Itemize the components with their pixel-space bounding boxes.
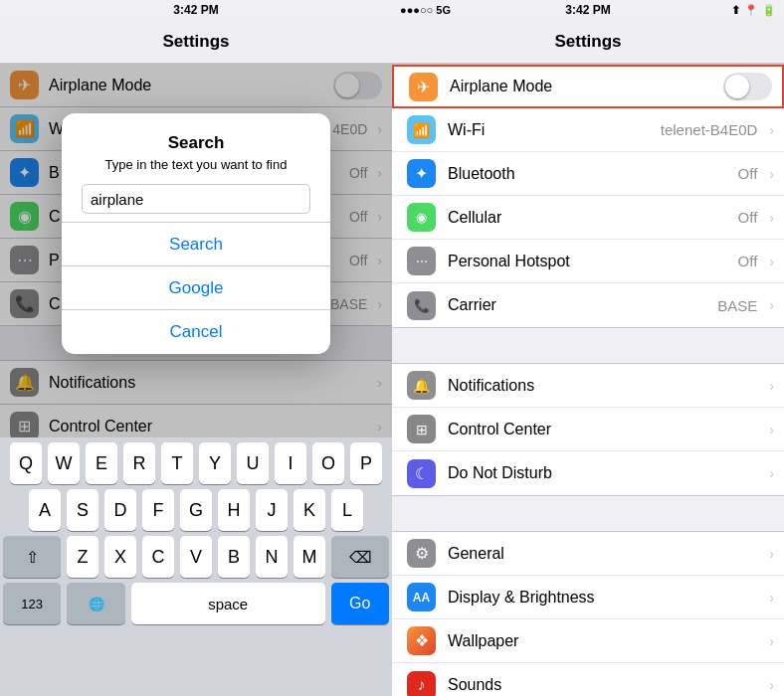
control-center-icon: ⊞ [407,415,436,443]
key-shift[interactable]: ⇧ [3,536,61,578]
section-gap-1 [392,328,784,363]
sounds-label: Sounds [448,676,757,694]
key-go[interactable]: Go [331,583,389,624]
key-e[interactable]: E [86,442,117,484]
sounds-chevron: › [769,677,774,693]
control-center-chevron: › [769,422,774,437]
row-wifi[interactable]: 📶 Wi-Fi telenet-B4E0D › [392,108,784,152]
key-globe[interactable]: 🌐 [67,583,124,624]
row-display[interactable]: AA Display & Brightness › [392,576,784,619]
settings-list: ✈ Airplane Mode 📶 Wi-Fi telenet-B4E0D › … [392,64,784,696]
section-gap-2 [392,496,784,531]
display-icon: AA [407,583,436,611]
key-space[interactable]: space [131,583,325,624]
key-numbers[interactable]: 123 [3,583,61,624]
key-p[interactable]: P [350,442,382,484]
row-sounds[interactable]: ♪ Sounds › [392,663,784,696]
hotspot-chevron: › [769,254,774,269]
dialog-title: Search [82,133,310,153]
dnd-chevron: › [769,465,774,481]
carrier-chevron: › [769,297,774,313]
key-k[interactable]: K [294,489,325,531]
section-connectivity: ✈ Airplane Mode 📶 Wi-Fi telenet-B4E0D › … [392,64,784,328]
wallpaper-label: Wallpaper [448,632,757,650]
key-l[interactable]: L [331,489,363,531]
general-chevron: › [769,546,774,562]
key-f[interactable]: F [142,489,174,531]
left-panel: 3:42 PM Settings ✈ Airplane Mode 📶 W 4E0… [0,0,392,696]
key-o[interactable]: O [312,442,344,484]
key-w[interactable]: W [48,442,80,484]
key-b[interactable]: B [218,536,250,578]
keyboard: Q W E R T Y U I O P A S D F G H J K L ⇧ … [0,437,392,696]
notifications-chevron: › [769,378,774,394]
wallpaper-chevron: › [769,633,774,649]
key-z[interactable]: Z [67,536,98,578]
key-h[interactable]: H [218,489,250,531]
key-n[interactable]: N [256,536,288,578]
row-dnd[interactable]: ☾ Do Not Disturb › [392,451,784,495]
row-hotspot[interactable]: ⋯ Personal Hotspot Off › [392,240,784,283]
search-input[interactable] [82,184,310,214]
row-control-center[interactable]: ⊞ Control Center › [392,408,784,451]
key-s[interactable]: S [67,489,98,531]
row-notifications[interactable]: 🔔 Notifications › [392,364,784,408]
key-d[interactable]: D [104,489,136,531]
cellular-value: Off [738,209,758,226]
right-status-bar: ●●●○○ 5G 3:42 PM ⬆ 📍 🔋 [392,0,784,20]
right-nav-bar: Settings [392,20,784,64]
keyboard-row-2: A S D F G H J K L [0,484,392,531]
notifications-label: Notifications [448,377,757,395]
key-delete[interactable]: ⌫ [331,536,389,578]
key-r[interactable]: R [123,442,155,484]
cancel-button[interactable]: Cancel [62,310,330,354]
right-status-icons: ⬆ 📍 🔋 [731,4,776,17]
airplane-label: Airplane Mode [450,78,711,95]
airplane-toggle[interactable] [723,73,772,100]
right-status-signal: ●●●○○ 5G [400,4,451,16]
dialog-subtitle: Type in the text you want to find [82,157,310,172]
row-general[interactable]: ⚙ General › [392,532,784,576]
key-y[interactable]: Y [199,442,231,484]
key-u[interactable]: U [237,442,269,484]
key-a[interactable]: A [29,489,61,531]
right-nav-title: Settings [554,32,621,52]
key-x[interactable]: X [104,536,136,578]
wifi-label: Wi-Fi [448,121,649,139]
wifi-value: telenet-B4E0D [661,121,758,138]
key-t[interactable]: T [161,442,193,484]
dnd-label: Do Not Disturb [448,464,757,482]
section-notifications: 🔔 Notifications › ⊞ Control Center › ☾ D… [392,363,784,496]
key-m[interactable]: M [294,536,325,578]
hotspot-value: Off [738,253,758,269]
bluetooth-label: Bluetooth [448,165,726,183]
search-button[interactable]: Search [62,223,330,266]
key-c[interactable]: C [142,536,174,578]
keyboard-row-4: 123 🌐 space Go [0,578,392,624]
key-g[interactable]: G [180,489,212,531]
key-i[interactable]: I [275,442,306,484]
section-notifications-content: 🔔 Notifications › ⊞ Control Center › ☾ D… [392,363,784,496]
dnd-icon: ☾ [407,459,436,488]
keyboard-row-3: ⇧ Z X C V B N M ⌫ [0,531,392,578]
right-status-time: 3:42 PM [565,3,610,17]
display-chevron: › [769,590,774,606]
dialog-buttons: Search Google Cancel [62,222,330,354]
row-airplane-mode[interactable]: ✈ Airplane Mode [392,65,784,108]
display-label: Display & Brightness [448,589,757,607]
row-carrier[interactable]: 📞 Carrier BASE › [392,283,784,327]
row-cellular[interactable]: ◉ Cellular Off › [392,196,784,240]
google-button[interactable]: Google [62,266,330,310]
key-j[interactable]: J [256,489,288,531]
row-wallpaper[interactable]: ❖ Wallpaper › [392,619,784,663]
row-bluetooth[interactable]: ✦ Bluetooth Off › [392,152,784,196]
cellular-icon: ◉ [407,203,436,232]
left-nav-title: Settings [162,32,229,52]
wallpaper-icon: ❖ [407,626,436,655]
section-connectivity-content: ✈ Airplane Mode 📶 Wi-Fi telenet-B4E0D › … [392,64,784,328]
right-panel: ●●●○○ 5G 3:42 PM ⬆ 📍 🔋 Settings ✈ Airpla… [392,0,784,696]
key-q[interactable]: Q [10,442,42,484]
key-v[interactable]: V [180,536,212,578]
airplane-icon: ✈ [409,73,438,101]
wifi-chevron: › [769,122,774,138]
